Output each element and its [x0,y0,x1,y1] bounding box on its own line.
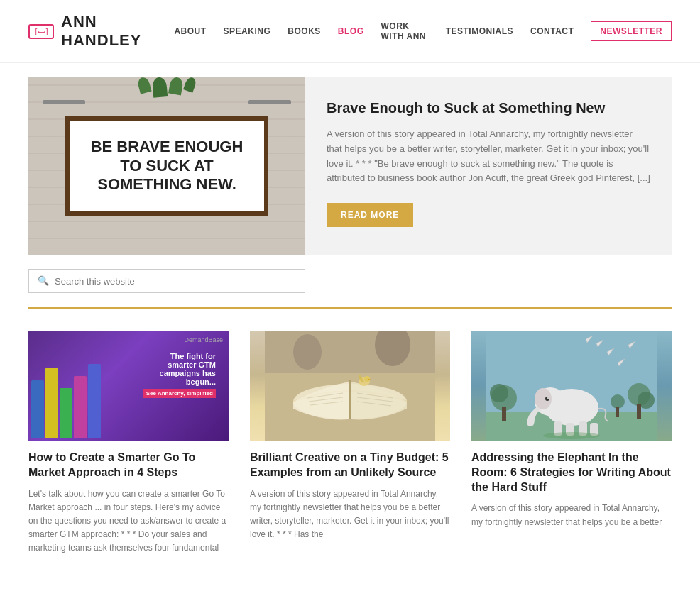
search-input[interactable] [55,276,296,287]
figure-blue2 [88,364,101,438]
search-section: 🔍 [28,269,672,293]
elephant-illustration [471,331,672,441]
nav-about[interactable]: ABOUT [174,26,206,36]
ad-text: The fight for smarter GTM campaigns has … [136,345,223,405]
blog-card-2-image [250,331,450,441]
figure-pink [74,376,87,438]
nav-contact[interactable]: CONTACT [530,26,574,36]
blog-card-3-title: Addressing the Elephant In the Room: 6 S… [471,451,672,495]
svg-point-4 [364,376,370,382]
svg-rect-2 [349,380,351,419]
nav-blog[interactable]: BLOG [338,26,364,36]
nav-work-with-ann[interactable]: WORK WITH ANN [381,21,428,41]
blog-card-3-image [471,331,672,441]
site-title: ANN HANDLEY [61,13,174,50]
blog-card-1-excerpt: Let's talk about how you can create a sm… [28,487,229,556]
svg-rect-11 [265,331,435,373]
logo-icon: [←→] [28,24,54,39]
superhero-figures [28,353,138,441]
featured-image: BE BRAVE ENOUGH TO SUCK AT SOMETHING NEW… [28,77,305,255]
billboard-line2: TO SUCK AT [91,157,244,175]
blog-card-2-title: Brilliant Creative on a Tiny Budget: 5 E… [250,451,450,480]
ad-brand: DemandBase [184,336,223,343]
search-icon: 🔍 [38,275,49,287]
read-more-button[interactable]: READ MORE [327,203,413,227]
billboard: BE BRAVE ENOUGH TO SUCK AT SOMETHING NEW… [65,116,269,215]
logo-area: [←→] ANN HANDLEY [28,13,174,50]
svg-rect-18 [502,407,506,421]
billboard-line3: SOMETHING NEW. [91,175,244,194]
book-bird-illustration [250,331,450,441]
main-nav: ABOUT SPEAKING BOOKS BLOG WORK WITH ANN … [174,21,672,41]
svg-point-22 [611,394,625,409]
svg-point-17 [490,384,508,402]
svg-point-27 [545,397,549,401]
svg-point-33 [543,432,600,439]
blog-card-1-title: How to Create a Smarter Go To Market App… [28,451,229,480]
search-box[interactable]: 🔍 [28,269,305,293]
svg-rect-21 [637,404,641,419]
blog-card-1-image: DemandBase The fight for smarter GTM cam… [28,331,229,441]
blog-card-2: Brilliant Creative on a Tiny Budget: 5 E… [250,331,450,556]
nav-testimonials[interactable]: TESTIMONIALS [446,26,513,36]
figure-yellow [45,368,58,438]
blog-card-3-excerpt: A version of this story appeared in Tota… [471,502,672,529]
billboard-line1: BE BRAVE ENOUGH [91,138,244,156]
ad-cta-button[interactable]: See Annarchy, simplified [143,389,216,398]
gold-divider [28,307,672,309]
featured-content: Brave Enough to Suck at Something New A … [305,77,672,255]
featured-title: Brave Enough to Suck at Something New [327,99,650,117]
svg-point-12 [293,334,322,370]
nav-books[interactable]: BOOKS [288,26,321,36]
svg-rect-23 [616,407,619,417]
blog-grid: DemandBase The fight for smarter GTM cam… [28,331,672,556]
blog-card-2-excerpt: A version of this story appeared in Tota… [250,487,450,542]
featured-excerpt: A version of this story appeared in Tota… [327,127,650,186]
nav-speaking[interactable]: SPEAKING [224,26,271,36]
figure-blue [31,380,44,438]
featured-post: BE BRAVE ENOUGH TO SUCK AT SOMETHING NEW… [28,77,672,255]
blog-card-3: Addressing the Elephant In the Room: 6 S… [471,331,672,556]
newsletter-button[interactable]: NEWSLETTER [591,21,672,41]
site-header: [←→] ANN HANDLEY ABOUT SPEAKING BOOKS BL… [0,0,700,63]
svg-point-28 [547,397,549,399]
figure-green [60,388,72,438]
blog-card-1: DemandBase The fight for smarter GTM cam… [28,331,229,556]
